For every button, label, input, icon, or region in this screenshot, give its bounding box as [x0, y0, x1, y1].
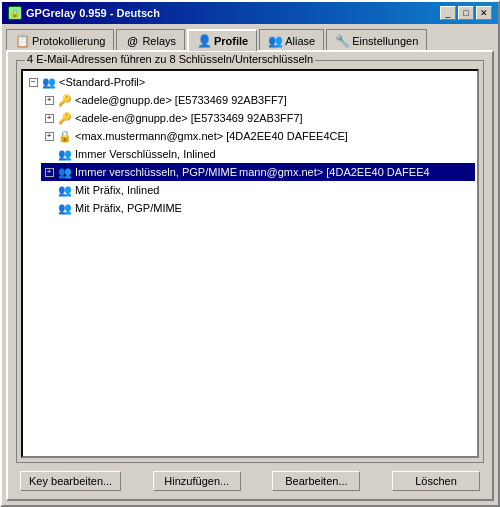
button-row: Key bearbeiten... Hinzufügen... Bearbeit…	[16, 471, 484, 491]
title-bar-left: 🔒 GPGrelay 0.959 - Deutsch	[8, 6, 160, 20]
expander-max-mustermann[interactable]: +	[41, 128, 57, 144]
label-standard-profil: <Standard-Profil>	[59, 76, 145, 88]
add-button[interactable]: Hinzufügen...	[153, 471, 241, 491]
icon-immer-verschlusseln-pgp: 👥	[57, 164, 73, 180]
expander-adele-en-gnupp[interactable]: +	[41, 110, 57, 126]
label-mit-prafx-inlined: Mit Präfix, Inlined	[75, 184, 159, 196]
close-button[interactable]: ✕	[476, 6, 492, 20]
content-area: 4 E-Mail-Adressen führen zu 8 Schlüsseln…	[6, 50, 494, 501]
icon-mit-prafx-pgp: 👥	[57, 200, 73, 216]
tab-einstellungen-label: Einstellungen	[352, 35, 418, 47]
icon-adele-gnupp: 🔑	[57, 92, 73, 108]
tab-protokollierung-icon: 📋	[15, 34, 29, 48]
tab-relays-label: Relays	[142, 35, 176, 47]
tree-row-immer-verschlusseln-inlined[interactable]: 👥 Immer Verschlüsseln, Inlined	[41, 145, 475, 163]
label-immer-verschlusseln-pgp: Immer verschlüsseln, PGP/MIME	[75, 166, 237, 178]
edit-button[interactable]: Bearbeiten...	[272, 471, 360, 491]
title-bar: 🔒 GPGrelay 0.959 - Deutsch _ □ ✕	[2, 2, 498, 24]
app-icon: 🔒	[8, 6, 22, 20]
label-adele-gnupp: <adele@gnupp.de> [E5733469 92AB3FF7]	[75, 94, 287, 106]
key-edit-button[interactable]: Key bearbeiten...	[20, 471, 121, 491]
group-label: 4 E-Mail-Adressen führen zu 8 Schlüsseln…	[25, 53, 315, 65]
tab-einstellungen[interactable]: 🔧 Einstellungen	[326, 29, 427, 51]
tree-row-max-mustermann[interactable]: + 🔒 <max.mustermann@gmx.net> [4DA2EE40 D…	[41, 127, 475, 145]
icon-adele-en-gnupp: 🔑	[57, 110, 73, 126]
label-max-mustermann: <max.mustermann@gmx.net> [4DA2EE40 DAFEE…	[75, 130, 348, 142]
tree-row-adele-en-gnupp[interactable]: + 🔑 <adele-en@gnupp.de> [E5733469 92AB3F…	[41, 109, 475, 127]
label-immer-verschlusseln-inlined: Immer Verschlüsseln, Inlined	[75, 148, 216, 160]
tree-row-mit-prafx-inlined[interactable]: 👥 Mit Präfix, Inlined	[41, 181, 475, 199]
tab-profile-icon: 👤	[197, 34, 211, 48]
icon-immer-verschlusseln-inlined: 👥	[57, 146, 73, 162]
title-buttons: _ □ ✕	[440, 6, 492, 20]
expander-mit-pgp	[41, 200, 57, 216]
window-title: GPGrelay 0.959 - Deutsch	[26, 7, 160, 19]
icon-mit-prafx-inlined: 👥	[57, 182, 73, 198]
maximize-button[interactable]: □	[458, 6, 474, 20]
tab-protokollierung-label: Protokollierung	[32, 35, 105, 47]
tab-einstellungen-icon: 🔧	[335, 34, 349, 48]
icon-max-mustermann: 🔒	[57, 128, 73, 144]
tab-aliase[interactable]: 👥 Aliase	[259, 29, 324, 51]
tab-aliase-icon: 👥	[268, 34, 282, 48]
expander-standard-profil[interactable]: −	[25, 74, 41, 90]
tab-protokollierung[interactable]: 📋 Protokollierung	[6, 29, 114, 51]
group-box: 4 E-Mail-Adressen führen zu 8 Schlüsseln…	[16, 60, 484, 463]
main-window: 🔒 GPGrelay 0.959 - Deutsch _ □ ✕ 📋 Proto…	[0, 0, 500, 507]
tree-row-immer-verschlusseln-pgp[interactable]: + 👥 Immer verschlüsseln, PGP/MIME mann@g…	[41, 163, 475, 181]
icon-standard-profil: 👥	[41, 74, 57, 90]
tab-relays-icon: @	[125, 34, 139, 48]
tree-row-mit-prafx-pgp[interactable]: 👥 Mit Präfix, PGP/MIME	[41, 199, 475, 217]
label-adele-en-gnupp: <adele-en@gnupp.de> [E5733469 92AB3FF7]	[75, 112, 303, 124]
tab-bar: 📋 Protokollierung @ Relays 👤 Profile 👥 A…	[2, 24, 498, 50]
minimize-button[interactable]: _	[440, 6, 456, 20]
delete-button[interactable]: Löschen	[392, 471, 480, 491]
expander-adele-gnupp[interactable]: +	[41, 92, 57, 108]
tab-profile-label: Profile	[214, 35, 248, 47]
tree-row-adele-gnupp[interactable]: + 🔑 <adele@gnupp.de> [E5733469 92AB3FF7]	[41, 91, 475, 109]
tab-aliase-label: Aliase	[285, 35, 315, 47]
tree-row-standard-profil[interactable]: − 👥 <Standard-Profil>	[25, 73, 475, 91]
expander-immer-pgp[interactable]: +	[41, 164, 57, 180]
tab-profile[interactable]: 👤 Profile	[187, 29, 257, 51]
tree-view[interactable]: − 👥 <Standard-Profil> + 🔑 <adele@gnupp.d…	[21, 69, 479, 458]
expander-immer-inlined	[41, 146, 57, 162]
label-immer-verschlusseln-pgp-extra: mann@gmx.net> [4DA2EE40 DAFEE4	[239, 166, 430, 178]
expander-mit-inlined	[41, 182, 57, 198]
label-mit-prafx-pgp: Mit Präfix, PGP/MIME	[75, 202, 182, 214]
tab-relays[interactable]: @ Relays	[116, 29, 185, 51]
